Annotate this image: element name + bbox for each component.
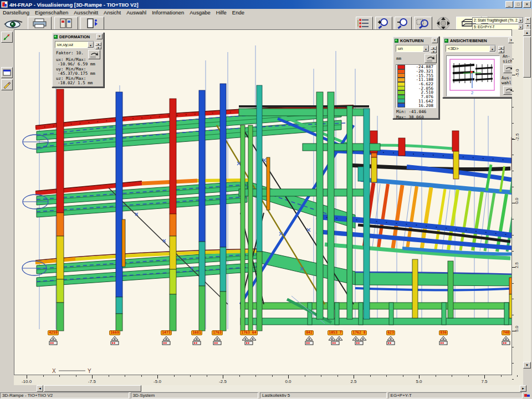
scroll-right-icon[interactable]: ► [520, 385, 526, 392]
menu-item-eigenschaften[interactable]: Eigenschaften [32, 9, 71, 16]
konturen-unit: mm [396, 57, 401, 62]
ruler-label: 0.0 [285, 379, 291, 384]
hscroll-thumb[interactable] [44, 385, 141, 392]
vertical-scrollbar[interactable]: ▲ ▼ [523, 29, 531, 369]
view-preview[interactable]: 2 [446, 55, 500, 96]
contour-color-swatch [398, 95, 405, 99]
menu-item-ende[interactable]: Ende [229, 9, 247, 16]
support-node: 1763 [205, 326, 229, 347]
printer-icon [28, 17, 51, 29]
print-button[interactable] [28, 17, 52, 30]
ansicht-palette-titlebar[interactable]: ANSICHT/EBENEN ▼ [443, 37, 515, 43]
scroll-up-icon[interactable]: ▲ [523, 29, 531, 36]
analysis-combo-arrow[interactable]: ▼ [518, 18, 523, 23]
contour-color-swatch [398, 104, 405, 107]
combo-arrow-icon[interactable]: ▼ [423, 45, 429, 52]
konturen-apply-button[interactable] [424, 54, 437, 63]
view-eye-button[interactable] [2, 17, 25, 30]
support-symbol [325, 336, 345, 347]
support-node-label: 842 [305, 330, 314, 335]
support-symbol [239, 336, 259, 347]
title-bar[interactable]: 4H-FRAP - Visualisierung [3D-Rampe - TIO… [0, 0, 532, 9]
deformation-palette-title: DEFORMATION [59, 34, 96, 39]
preview-sketch: 2 [447, 56, 499, 96]
draw-tool-button[interactable] [1, 79, 13, 90]
ruler-label: -2.5 [515, 133, 520, 141]
minimize-button[interactable]: _ [505, 1, 513, 8]
combo-arrow-icon[interactable]: ▼ [88, 42, 94, 48]
support-node-label: 1763 [212, 330, 223, 335]
vscroll-thumb[interactable] [523, 37, 531, 78]
scroll-down-icon[interactable]: ▼ [523, 362, 531, 369]
menu-item-auswahl[interactable]: Auswahl [124, 9, 149, 16]
menu-item-ausschnitt[interactable]: Ausschnitt [71, 9, 101, 16]
exit-button[interactable] [80, 17, 104, 30]
support-node: 1053 7 [323, 326, 347, 347]
ansicht-palette[interactable]: ANSICHT/EBENEN ▼ <3D>▼ ▲▼ 2 An- sicht Au… [442, 36, 516, 98]
close-button[interactable]: ✕ [523, 1, 531, 8]
window-tool-button[interactable] [1, 67, 13, 78]
loadcase-spinner[interactable]: ▲▼ [525, 17, 531, 30]
konturen-spinner[interactable]: ▲▼ [431, 46, 437, 53]
ruler-label: -5.0 [154, 379, 161, 384]
spin-up-icon[interactable]: ▲ [525, 17, 531, 24]
support-symbol [349, 336, 369, 347]
display-options-button[interactable] [356, 17, 373, 30]
ruler-label: 7.5 [481, 379, 487, 384]
view-combo[interactable]: <3D>▼ [446, 45, 496, 52]
ruler-label: 0.0 [514, 198, 519, 204]
konturen-palette-title: KONTUREN [400, 38, 432, 43]
horizontal-scrollbar[interactable]: ◄ ► [37, 385, 526, 392]
loadcase-combo-arrow[interactable]: ▼ [518, 24, 523, 29]
support-node-label: 4259 [48, 330, 59, 335]
ruler-label: 5.0 [416, 379, 422, 384]
support-node: 623 [378, 326, 403, 347]
contour-color-swatch [398, 99, 405, 103]
deformation-component-combo[interactable]: ux,uy,uz▼ [55, 41, 94, 48]
deformation-spinner[interactable]: ▲▼ [95, 42, 101, 49]
svg-text:2: 2 [471, 90, 473, 95]
combo-arrow-icon[interactable]: ▼ [489, 45, 495, 52]
deformation-apply-button[interactable] [88, 50, 100, 59]
menu-item-ausgabe[interactable]: Ausgabe [187, 9, 213, 16]
menu-bar: DarstellungEigenschaftenAusschnittAnsich… [0, 9, 532, 16]
books-icon [55, 17, 78, 29]
deformation-palette-menu[interactable]: ▼ [96, 34, 103, 39]
contour-color-swatch [398, 86, 405, 90]
status-icon [524, 393, 531, 398]
zoom-out-button[interactable] [395, 17, 412, 30]
analysis-combo[interactable]: 2: Stahl Tragfähigkeit (Th. 2. O▼ [472, 17, 524, 23]
support-node: 4259 [41, 326, 65, 347]
konturen-quantity-combo[interactable]: un▼ [396, 45, 429, 52]
menu-item-ansicht[interactable]: Ansicht [101, 9, 124, 16]
maximize-button[interactable]: □ [514, 1, 522, 8]
status-cell: EG+P+Y-T [388, 392, 523, 398]
app-icon [1, 1, 8, 8]
apply-arrow-icon [89, 50, 100, 59]
menu-item-hilfe[interactable]: Hilfe [213, 9, 229, 16]
menu-item-informationen[interactable]: Informationen [149, 9, 187, 16]
contour-color-swatch [398, 74, 405, 77]
support-node-label: 1681 [191, 330, 202, 335]
menu-item-darstellung[interactable]: Darstellung [0, 9, 32, 16]
contour-value: 16.208 [405, 103, 436, 108]
documentation-button[interactable] [54, 17, 78, 30]
svg-text:Y: Y [88, 368, 91, 374]
ansicht-palette-title: ANSICHT/EBENEN [450, 38, 508, 43]
exit-door-icon [81, 17, 104, 29]
deformation-palette-titlebar[interactable]: DEFORMATION ▼ [53, 33, 103, 39]
scroll-left-icon[interactable]: ◄ [37, 385, 43, 392]
palette-cube-icon [444, 39, 448, 43]
konturen-palette-titlebar[interactable]: KONTUREN ▼ [393, 37, 438, 43]
support-node-label: 1473 [161, 330, 172, 335]
deformation-palette[interactable]: DEFORMATION ▼ ux,uy,uz▼ ▲▼ Faktor: 10. u… [52, 32, 104, 88]
konturen-palette[interactable]: KONTUREN ▼ un▼ ▲▼ mm -24.887-20.321-15.7… [392, 36, 439, 119]
resize-mode-button[interactable] [1, 32, 13, 43]
view-spinner[interactable]: ▲▼ [498, 46, 504, 53]
support-node: 1763 64 [237, 326, 261, 347]
zoom-window-button[interactable] [414, 17, 432, 30]
zoom-out-icon [395, 17, 411, 29]
zoom-in-button[interactable] [375, 17, 392, 30]
pan-pad[interactable] [433, 17, 453, 30]
konturen-palette-menu[interactable]: ▼ [432, 38, 438, 43]
